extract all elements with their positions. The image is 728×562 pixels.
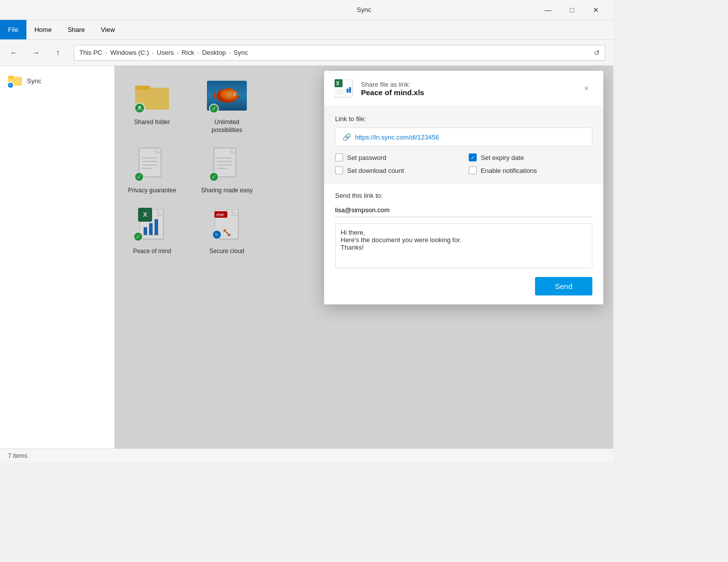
address-part-6: Sync: [234, 49, 248, 56]
menubar: File Home Share View: [0, 20, 613, 40]
close-button[interactable]: ✕: [584, 2, 607, 18]
send-section: Send this link to: Hi there, Here's the …: [324, 183, 603, 304]
sidebar-sync-label: Sync: [27, 77, 41, 85]
option-label-set-download-count: Set download count: [347, 167, 404, 174]
sep-1: ›: [105, 50, 107, 56]
option-label-set-password: Set password: [347, 154, 386, 161]
share-label: Share file as link:: [361, 81, 572, 88]
statusbar: 7 items: [0, 448, 613, 462]
window-controls: — □ ✕: [537, 2, 607, 18]
option-label-set-expiry: Set expiry date: [481, 154, 524, 161]
link-chain-icon: 🔗: [343, 133, 351, 141]
sidebar-item-sync[interactable]: ↻ Sync: [0, 70, 114, 92]
link-box: 🔗 https://ln.sync.com/dl/123456: [335, 128, 592, 146]
checkbox-enable-notifications[interactable]: [469, 166, 477, 174]
option-set-password[interactable]: Set password: [335, 153, 459, 161]
menu-share[interactable]: Share: [60, 20, 93, 39]
titlebar-title: Sync: [357, 6, 371, 13]
sep-5: ›: [229, 50, 231, 56]
address-part-5: Desktop: [202, 49, 226, 56]
dialog-file-icon: X: [334, 79, 354, 99]
toolbar: ← → ↑ This PC › Windows (C:) › Users › R…: [0, 40, 613, 66]
checkbox-set-expiry[interactable]: ✓: [469, 153, 477, 161]
minimize-button[interactable]: —: [537, 2, 559, 18]
titlebar: Sync — □ ✕: [0, 0, 613, 20]
refresh-icon[interactable]: ↺: [594, 49, 600, 57]
send-btn-row: Send: [335, 277, 592, 295]
send-label: Send this link to:: [335, 192, 592, 199]
sync-folder-icon: ↻: [8, 74, 22, 88]
address-part-2: Windows (C:): [110, 49, 149, 56]
svg-rect-42: [349, 87, 351, 93]
option-set-expiry[interactable]: ✓ Set expiry date: [469, 153, 592, 161]
dialog-overlay: X Share file as link: Peace of mind.xls …: [115, 66, 613, 448]
option-enable-notifications[interactable]: Enable notifications: [469, 166, 592, 174]
address-part-3: Users: [157, 49, 174, 56]
sep-2: ›: [152, 50, 154, 56]
dialog-body: Link to file: 🔗 https://ln.sync.com/dl/1…: [324, 106, 603, 183]
address-part-1: This PC: [79, 49, 102, 56]
file-content: Shared folder: [115, 66, 613, 448]
checkbox-set-password[interactable]: [335, 153, 343, 161]
link-label: Link to file:: [335, 115, 592, 123]
address-bar[interactable]: This PC › Windows (C:) › Users › Rick › …: [74, 45, 605, 61]
dialog-header: X Share file as link: Peace of mind.xls …: [324, 71, 603, 106]
share-dialog: X Share file as link: Peace of mind.xls …: [324, 71, 603, 304]
send-email-input[interactable]: [335, 203, 592, 217]
svg-rect-1: [8, 76, 14, 79]
dialog-header-text: Share file as link: Peace of mind.xls: [361, 81, 572, 97]
address-part-4: Rick: [182, 49, 194, 56]
svg-rect-41: [347, 89, 349, 93]
main-layout: ↻ Sync: [0, 66, 613, 448]
up-button[interactable]: ↑: [48, 43, 68, 63]
options-grid: Set password ✓ Set expiry date Set downl…: [335, 153, 592, 174]
dialog-close-button[interactable]: ×: [579, 82, 593, 96]
status-text: 7 items: [8, 452, 27, 459]
svg-text:X: X: [336, 81, 340, 86]
option-set-download-count[interactable]: Set download count: [335, 166, 459, 174]
forward-button[interactable]: →: [26, 43, 46, 63]
menu-view[interactable]: View: [93, 20, 123, 39]
checkbox-set-download-count[interactable]: [335, 166, 343, 174]
back-button[interactable]: ←: [4, 43, 24, 63]
link-url[interactable]: https://ln.sync.com/dl/123456: [355, 134, 439, 141]
menu-file[interactable]: File: [0, 20, 26, 39]
send-message-textarea[interactable]: Hi there, Here's the document you were l…: [335, 223, 592, 268]
sync-badge-icon: ↻: [7, 82, 14, 89]
menu-home[interactable]: Home: [26, 20, 60, 39]
sep-4: ›: [197, 50, 199, 56]
excel-dialog-icon: X: [335, 79, 354, 98]
sep-3: ›: [177, 50, 179, 56]
maximize-button[interactable]: □: [560, 2, 583, 18]
send-button[interactable]: Send: [535, 277, 592, 295]
dialog-file-name: Peace of mind.xls: [361, 88, 572, 97]
sidebar: ↻ Sync: [0, 66, 115, 448]
option-label-enable-notifications: Enable notifications: [481, 167, 537, 174]
